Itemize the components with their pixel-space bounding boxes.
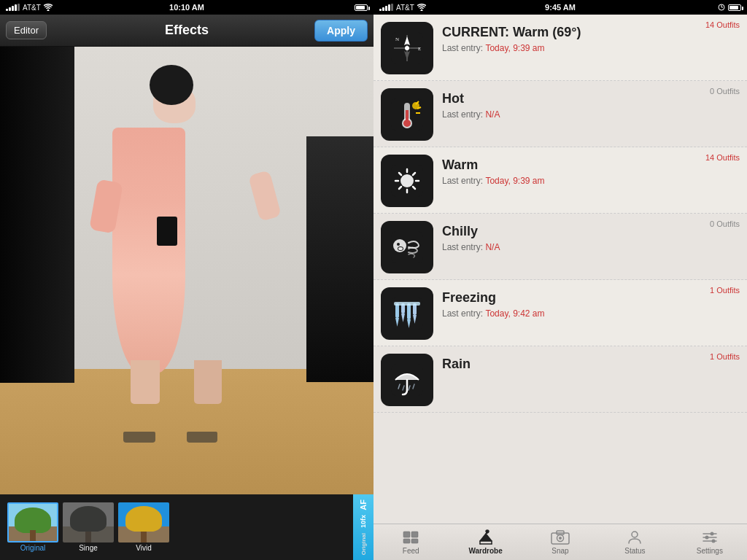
- right-time: 9:45 AM: [545, 3, 576, 12]
- film-thumb-singe[interactable]: Singe: [63, 502, 114, 552]
- svg-text:E: E: [418, 46, 421, 52]
- icicle-icon: [388, 295, 426, 332]
- person-right-leg: [194, 360, 222, 404]
- battery-icon: [355, 4, 368, 11]
- weather-info-warm: Warm Last entry: Today, 9:39 am: [442, 155, 740, 186]
- weather-icon-box-rain: [381, 354, 433, 406]
- effects-title: Effects: [165, 23, 209, 38]
- last-entry-date-freezing: Today, 9:42 am: [485, 308, 544, 319]
- filmstrip: Original Singe: [0, 494, 374, 560]
- last-entry-date-warm: Today, 9:39 am: [485, 176, 544, 186]
- tree-foliage-original: [15, 508, 51, 533]
- right-signal-bars-icon: [379, 4, 393, 11]
- weather-item-freezing[interactable]: Freezing Last entry: Today, 9:42 am 1 Ou…: [374, 280, 747, 346]
- weather-name-current: CURRENT: Warm (69°): [442, 25, 740, 40]
- right-carrier-label: AT&T: [396, 4, 414, 12]
- weather-last-entry-freezing: Last entry: Today, 9:42 am: [442, 308, 740, 319]
- weather-icon-box-chilly: [381, 221, 433, 273]
- weather-last-entry-hot: Last entry: N/A: [442, 109, 740, 120]
- tab-item-wardrobe[interactable]: Wardrobe: [448, 526, 522, 558]
- weather-info-current: CURRENT: Warm (69°) Last entry: Today, 9…: [442, 22, 740, 53]
- svg-rect-55: [411, 539, 418, 543]
- last-entry-label-freezing: Last entry:: [442, 308, 483, 319]
- weather-name-chilly: Chilly: [442, 224, 740, 239]
- weather-icon-box-freezing: [381, 287, 433, 340]
- tab-label-wardrobe: Wardrobe: [468, 547, 502, 555]
- film-thumb-vivid-img: [118, 502, 169, 542]
- tree-vivid-icon: [118, 502, 169, 542]
- svg-point-22: [400, 174, 414, 187]
- svg-point-33: [397, 243, 400, 246]
- af-label: AF: [359, 499, 368, 510]
- photo-background: [0, 47, 374, 494]
- right-status-right: [718, 4, 741, 11]
- weather-outfits-current: 14 Outfits: [705, 20, 740, 29]
- last-entry-label-warm: Last entry:: [442, 176, 483, 186]
- carrier-label: AT&T: [23, 4, 41, 12]
- svg-point-62: [559, 537, 562, 540]
- tab-item-status[interactable]: Status: [597, 526, 672, 558]
- tree-foliage-singe: [70, 506, 107, 532]
- right-battery-icon: [728, 4, 741, 11]
- weather-item-hot[interactable]: Hot Last entry: N/A 0 Outfits: [374, 81, 747, 147]
- status-icon: [624, 529, 645, 545]
- person-right-shoe: [187, 432, 217, 443]
- weather-last-entry-warm: Last entry: Today, 9:39 am: [442, 176, 740, 186]
- left-status-bar: AT&T 10:10 AM: [0, 0, 374, 15]
- weather-icon-box-warm: [381, 155, 433, 207]
- tree-foliage-vivid: [125, 506, 162, 532]
- svg-point-35: [398, 247, 403, 250]
- apply-button[interactable]: Apply: [314, 20, 368, 42]
- weather-name-rain: Rain: [442, 357, 740, 372]
- weather-outfits-chilly: 0 Outfits: [710, 219, 740, 228]
- thermometer-icon: [388, 96, 426, 133]
- weather-item-rain[interactable]: Rain 1 Outfits: [374, 346, 747, 413]
- person-left-shoe: [123, 432, 155, 443]
- tab-item-snap[interactable]: Snap: [523, 526, 597, 558]
- right-panel: AT&T 9:45 AM: [374, 0, 747, 560]
- weather-last-entry-chilly: Last entry: N/A: [442, 242, 740, 252]
- svg-rect-54: [403, 539, 410, 543]
- film-thumb-original[interactable]: Original: [7, 502, 58, 552]
- weather-item-chilly[interactable]: Chilly Last entry: N/A 0 Outfits: [374, 214, 747, 280]
- film-thumb-original-label: Original: [7, 544, 58, 552]
- film-thumb-singe-img: [63, 502, 114, 542]
- tree-trunk-vivid: [141, 532, 147, 542]
- tree-trunk-singe: [85, 532, 91, 542]
- weather-item-warm[interactable]: Warm Last entry: Today, 9:39 am 14 Outfi…: [374, 147, 747, 214]
- weather-icon-box-current: N E: [381, 22, 433, 74]
- film-thumbnails: Original Singe: [3, 502, 371, 552]
- svg-rect-53: [411, 532, 418, 537]
- umbrella-icon: [388, 361, 426, 399]
- wind-icon: [388, 228, 426, 266]
- last-entry-date-current: Today, 9:39 am: [485, 43, 544, 53]
- snap-icon: [550, 529, 570, 545]
- svg-point-67: [705, 536, 708, 540]
- tree-trunk-original: [30, 530, 36, 541]
- tab-item-settings[interactable]: Settings: [673, 526, 747, 558]
- signal-bars-icon: [6, 4, 20, 11]
- film-thumb-vivid[interactable]: Vivid: [118, 502, 169, 552]
- weather-last-entry-current: Last entry: Today, 9:39 am: [442, 43, 740, 53]
- right-status-bar: AT&T 9:45 AM: [374, 0, 747, 15]
- right-wifi-icon: [417, 4, 426, 11]
- tenfx-label: 10fx: [360, 515, 367, 528]
- photo-area: [0, 47, 374, 494]
- tab-item-feed[interactable]: Feed: [374, 526, 448, 558]
- wifi-icon: [44, 4, 53, 11]
- svg-rect-45: [394, 302, 420, 306]
- clock-icon: [718, 4, 725, 11]
- cloth-icon: N E: [388, 29, 426, 67]
- svg-rect-41: [407, 303, 411, 319]
- wardrobe-icon: [476, 529, 496, 545]
- left-panel: AT&T 10:10 AM Editor Effects Apply: [0, 0, 374, 560]
- editor-button[interactable]: Editor: [6, 21, 47, 39]
- person-left-leg: [131, 360, 160, 404]
- tab-label-settings: Settings: [697, 547, 723, 555]
- original-vertical-label: Original: [360, 533, 367, 555]
- weather-item-current[interactable]: N E CURRENT: Warm (69°) Last entry: Toda…: [374, 15, 747, 81]
- left-nav-bar: Editor Effects Apply: [0, 15, 374, 47]
- left-status-left: AT&T: [6, 4, 53, 12]
- weather-outfits-hot: 0 Outfits: [710, 87, 740, 96]
- weather-list: N E CURRENT: Warm (69°) Last entry: Toda…: [374, 15, 747, 524]
